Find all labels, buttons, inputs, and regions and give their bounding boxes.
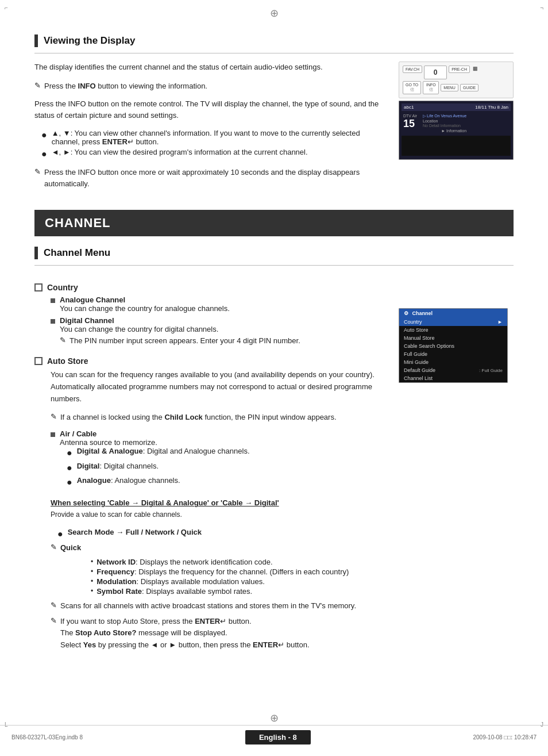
stop-note-text: If you want to stop Auto Store, press th… <box>60 616 310 651</box>
digital-dot: ● <box>67 462 72 474</box>
viewing-display-title-row: Viewing the Display <box>34 34 514 47</box>
cmenu-auto-store[interactable]: Auto Store <box>399 326 507 334</box>
bullet-dot-2: ● <box>41 148 47 160</box>
scan-note-icon: ✎ <box>51 601 57 609</box>
remote-top-row: FAV.CH 0 PRE-CH ▩ <box>403 66 510 79</box>
network-id-dot: • <box>91 558 93 566</box>
cmenu-channel-label: Channel <box>412 310 433 316</box>
country-label: Country <box>47 283 78 292</box>
screen-show-info: ▷ Life On Venus Avenue Location No Detal… <box>423 114 466 133</box>
digital-channel-row: Digital Channel You can change the count… <box>51 316 387 351</box>
cable-desc: Provide a value to scan for cable channe… <box>51 509 387 520</box>
country-heading-row: Country <box>34 283 387 292</box>
auto-store-heading-row: Auto Store <box>34 356 387 366</box>
analogue-channel-block: Analogue Channel You can change the coun… <box>60 296 230 313</box>
footer-center: English - 8 <box>245 730 311 745</box>
cmenu-cable-search[interactable]: Cable Search Options <box>399 342 507 350</box>
screen-location: Location <box>423 119 466 123</box>
analogue-bullet: ● Analogue: Analogue channels. <box>60 476 250 489</box>
screen-blank <box>402 136 511 156</box>
corner-tr: ¬ <box>532 5 543 16</box>
digital-note-text: The PIN number input screen appears. Ent… <box>70 335 300 347</box>
screen-show-title: ▷ Life On Venus Avenue <box>423 114 466 118</box>
quick-note-row: ✎ Quick <box>51 542 387 554</box>
auto-store-note-row: ✎ If a channel is locked using the Child… <box>51 412 387 424</box>
channel-banner: CHANNEL <box>34 210 514 236</box>
cable-heading: When selecting 'Cable → Digital & Analog… <box>51 498 387 507</box>
intro-para1: The display identifies the current chann… <box>34 62 387 74</box>
symbol-rate-dot: • <box>91 587 93 595</box>
page-footer: BN68-02327L-03Eng.indb 8 English - 8 200… <box>0 725 548 745</box>
search-mode-text: Search Mode → Full / Network / Quick <box>68 528 202 536</box>
title-bar-decoration <box>34 34 38 47</box>
note-icon-2: ✎ <box>34 167 41 176</box>
cmenu-mini-guide[interactable]: Mini Guide <box>399 358 507 366</box>
guide-btn: GUIDE <box>460 84 478 91</box>
channel-menu-divider <box>34 265 514 266</box>
analogue-square <box>51 298 55 303</box>
channel-menu-spacer <box>399 274 514 308</box>
screen-date: 18/11 Thu 8 Jan <box>475 105 508 110</box>
digital-note-icon: ✎ <box>60 336 66 344</box>
search-mode-dot: ● <box>57 528 63 540</box>
screen-sim: abc1 18/11 Thu 8 Jan DTV Air 15 ▷ Life O… <box>399 101 514 160</box>
screen-ch-num: 15 <box>403 118 415 130</box>
channel-menu-right: ⚙ Channel Country ► Auto Store Manual St… <box>399 274 514 383</box>
digital-square <box>51 319 55 324</box>
network-id-text: Network ID: Displays the network identif… <box>97 558 272 566</box>
note1-row: ✎ Press the INFO button to viewing the i… <box>34 80 387 93</box>
footer-left: BN68-02327L-03Eng.indb 8 <box>11 734 83 740</box>
intro-para2: Press the INFO button on the remote cont… <box>34 98 387 122</box>
pre-ch-btn: PRE-CH <box>449 66 470 73</box>
footer-right: 2009-10-08 □□: 10:28:47 <box>473 734 537 740</box>
quick-note-icon: ✎ <box>51 543 57 551</box>
air-cable-block: Air / Cable Antenna source to memorize. … <box>60 429 250 490</box>
screen-main: DTV Air 15 ▷ Life On Venus Avenue Locati… <box>402 112 511 135</box>
analogue-text: Analogue: Analogue channels. <box>77 476 180 485</box>
analogue-channel-row: Analogue Channel You can change the coun… <box>51 296 387 313</box>
cmenu-manual-store[interactable]: Manual Store <box>399 334 507 342</box>
bottom-crosshair: ⊕ <box>270 712 279 724</box>
bullet-dot-1: ● <box>41 129 47 141</box>
modulation-text: Modulation: Displays available modulatio… <box>97 577 265 586</box>
screen-label: abc1 <box>404 105 414 110</box>
channel-menu-section: Channel Menu Country Analogue Channel Yo… <box>34 247 514 655</box>
cmenu-full-guide[interactable]: Full Guide <box>399 350 507 358</box>
viewing-display-content: The display identifies the current chann… <box>34 62 514 194</box>
cmenu-channel-list[interactable]: Channel List <box>399 374 507 382</box>
note-icon-1: ✎ <box>34 81 41 90</box>
viewing-display-right: FAV.CH 0 PRE-CH ▩ GO TO 信 <box>399 62 514 160</box>
screen-ch-block: DTV Air 15 <box>403 114 419 130</box>
digital-channel-label: Digital Channel <box>60 316 114 325</box>
frequency-text: Frequency: Displays the frequency for th… <box>97 567 349 576</box>
note2-row: ✎ Press the INFO button once more or wai… <box>34 167 387 191</box>
menu-btn: MENU <box>441 84 458 91</box>
air-cable-square <box>51 432 55 437</box>
info-btn: INFO 信 <box>423 81 439 94</box>
cmenu-header: ⚙ Channel <box>399 309 507 318</box>
screen-no-detail: No Detall Information <box>423 124 466 128</box>
section-divider <box>34 53 514 53</box>
auto-store-checkbox <box>34 357 43 365</box>
top-crosshair: ⊕ <box>270 7 279 20</box>
auto-store-desc: You can scan for the frequency ranges av… <box>51 369 387 405</box>
analogue-dot: ● <box>67 476 72 489</box>
quick-note-text: Quick <box>60 542 81 554</box>
air-cable-row: Air / Cable Antenna source to memorize. … <box>51 429 387 490</box>
bullet2-row: ● ◄, ►: You can view the desired program… <box>34 148 387 160</box>
search-mode-bullet: ● Search Mode → Full / Network / Quick <box>51 528 387 540</box>
digital-text: Digital: Digital channels. <box>77 462 159 470</box>
air-cable-label: Air / Cable <box>60 429 97 438</box>
zero-btn: 0 <box>424 66 447 79</box>
screen-info-label: ► Information <box>423 129 466 133</box>
page-wrapper: ⌐ ¬ ⊕ Viewing the Display The display id… <box>0 0 548 756</box>
viewing-display-title: Viewing the Display <box>44 35 135 47</box>
fav-ch-btn: FAV.CH <box>403 66 422 73</box>
da-dot: ● <box>67 447 72 459</box>
auto-store-label: Auto Store <box>47 356 88 366</box>
cmenu-default-guide[interactable]: Default Guide : Full Guide <box>399 366 507 374</box>
cmenu-country[interactable]: Country ► <box>399 318 507 326</box>
note2-text: Press the INFO button once more or wait … <box>44 167 387 191</box>
analogue-channel-desc: You can change the country for analogue … <box>60 304 230 313</box>
corner-tl: ⌐ <box>5 5 16 16</box>
